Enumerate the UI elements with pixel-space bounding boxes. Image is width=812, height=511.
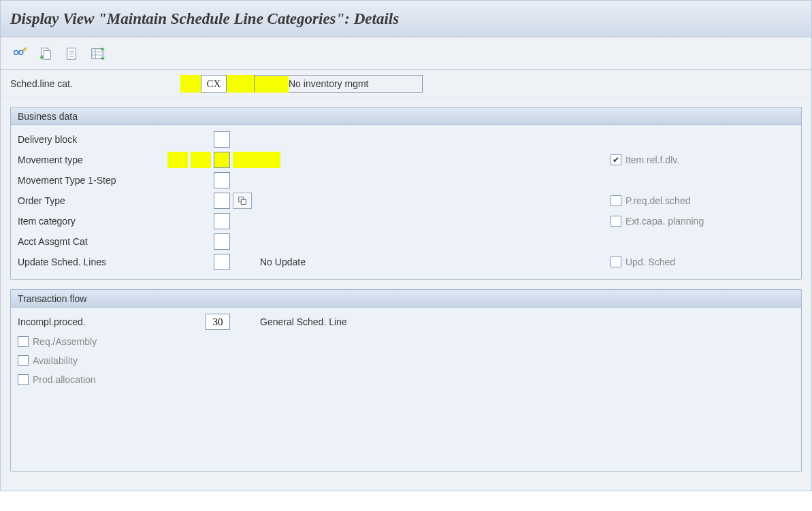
row-incompl-proced: Incompl.proced. General Sched. Line (18, 312, 794, 332)
business-data-title: Business data (11, 108, 801, 125)
incompl-proced-label: Incompl.proced. (18, 316, 188, 327)
update-sched-lines-label: Update Sched. Lines (18, 257, 188, 267)
svg-point-0 (14, 50, 18, 54)
sched-line-cat-desc-field: No inventory mgmt (254, 75, 423, 93)
transaction-flow-group: Transaction flow Incompl.proced. General… (10, 289, 802, 472)
row-item-category: Item category Ext.capa. planning (18, 211, 794, 231)
right-upd-sched: Upd. Sched (611, 257, 794, 267)
item-rel-dlv-checkbox[interactable] (611, 154, 621, 165)
req-assembly-label: Req./Assembly (33, 336, 97, 347)
title-bar: Display View "Maintain Schedule Line Cat… (1, 1, 811, 37)
sap-window: Display View "Maintain Schedule Line Cat… (0, 0, 812, 491)
business-data-group: Business data Delivery block Movement ty… (10, 107, 802, 280)
right-item-rel-dlv: Item rel.f.dlv. (611, 154, 794, 165)
sched-line-cat-desc: No inventory mgmt (289, 76, 418, 92)
preq-del-sched-label: P.req.del.sched (626, 195, 690, 206)
row-movement-type: Movement type Item rel.f.dlv. (18, 150, 794, 170)
acct-assgmt-cat-input[interactable] (214, 233, 230, 250)
req-assembly-checkbox[interactable] (18, 336, 29, 347)
order-type-input[interactable] (214, 193, 230, 209)
glasses-pencil-icon[interactable] (10, 44, 29, 63)
row-acct-assgmt-cat: Acct Assgmt Cat (18, 231, 794, 252)
svg-rect-9 (92, 48, 103, 59)
table-view-icon[interactable] (88, 44, 107, 63)
incompl-proced-text: General Sched. Line (260, 316, 347, 327)
ext-capa-planning-checkbox[interactable] (611, 216, 621, 227)
row-update-sched-lines: Update Sched. Lines No Update Upd. Sched (18, 252, 794, 272)
incompl-proced-input[interactable] (206, 314, 230, 330)
movement-type-highlight-lead (167, 152, 188, 168)
movement-type-highlight-tail (233, 152, 280, 168)
preq-del-sched-checkbox[interactable] (611, 195, 621, 206)
upd-sched-label: Upd. Sched (626, 257, 675, 267)
group-filler (18, 389, 794, 464)
item-category-input[interactable] (214, 213, 230, 229)
new-entries-icon[interactable] (62, 44, 81, 63)
row-prod-allocation: Prod.allocation (18, 370, 794, 389)
sched-line-cat-code[interactable]: CX (201, 75, 227, 93)
sched-line-cat-label: Sched.line cat. (10, 78, 180, 89)
right-ext-capa-planning: Ext.capa. planning (611, 216, 794, 227)
order-type-label: Order Type (18, 195, 188, 206)
movement-type-1step-label: Movement Type 1-Step (18, 175, 188, 186)
delivery-block-label: Delivery block (18, 134, 188, 145)
business-data-grid: Delivery block Movement type Item rel.f.… (11, 125, 801, 279)
prod-allocation-checkbox[interactable] (18, 374, 29, 385)
item-category-label: Item category (18, 216, 188, 227)
header-key-row: Sched.line cat. CX No inventory mgmt (1, 70, 811, 97)
transaction-flow-title: Transaction flow (11, 290, 801, 308)
movement-type-1step-input[interactable] (214, 172, 230, 188)
highlight-lead (180, 75, 201, 93)
update-sched-lines-input[interactable] (214, 254, 230, 270)
movement-type-label: Movement type (18, 154, 167, 165)
row-availability: Availability (18, 351, 794, 370)
availability-checkbox[interactable] (18, 355, 29, 366)
application-toolbar (1, 37, 811, 70)
acct-assgmt-cat-label: Acct Assgmt Cat (18, 236, 188, 247)
transaction-flow-grid: Incompl.proced. General Sched. Line Req.… (11, 308, 801, 471)
row-order-type: Order Type P.req.del.sched (18, 191, 794, 211)
copy-as-icon[interactable] (36, 44, 55, 63)
ext-capa-planning-label: Ext.capa. planning (626, 216, 704, 227)
svg-rect-4 (44, 50, 50, 59)
row-movement-type-1step: Movement Type 1-Step (18, 170, 794, 191)
page-title: Display View "Maintain Schedule Line Cat… (10, 10, 399, 28)
svg-rect-14 (241, 199, 246, 204)
delivery-block-input[interactable] (214, 131, 230, 148)
right-preq-del-sched: P.req.del.sched (611, 195, 794, 206)
movement-type-label-wrap: Movement type (18, 152, 188, 168)
svg-point-1 (19, 50, 23, 54)
order-type-f4-button[interactable] (233, 193, 252, 209)
availability-label: Availability (33, 355, 78, 366)
highlight-mid (227, 75, 254, 93)
content-area: Business data Delivery block Movement ty… (1, 97, 811, 491)
row-req-assembly: Req./Assembly (18, 332, 794, 351)
highlight-tail (255, 76, 289, 93)
row-delivery-block: Delivery block (18, 129, 794, 150)
upd-sched-checkbox[interactable] (611, 257, 621, 267)
movement-type-input[interactable] (214, 152, 230, 168)
update-sched-lines-text: No Update (260, 257, 306, 267)
movement-type-highlight-lead2 (191, 152, 211, 168)
prod-allocation-label: Prod.allocation (33, 374, 96, 385)
item-rel-dlv-label: Item rel.f.dlv. (626, 154, 679, 165)
